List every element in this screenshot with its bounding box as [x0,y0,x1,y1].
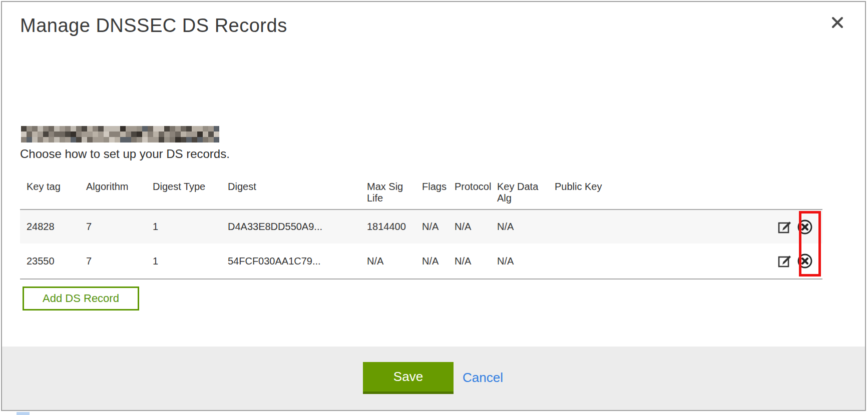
col-header-max-sig-life: Max Sig Life [367,178,422,204]
ds-records-table: Key tag Algorithm Digest Type Digest Max… [20,178,822,280]
cell-digest-type: 1 [153,221,228,232]
page-title: Manage DNSSEC DS Records [20,15,287,36]
save-button[interactable]: Save [363,362,454,394]
cell-digest-type: 1 [153,256,228,267]
cell-max-sig-life: N/A [367,256,422,267]
cell-max-sig-life: 1814400 [367,221,422,232]
cell-key-tag: 24828 [20,221,86,232]
cancel-link[interactable]: Cancel [463,370,503,386]
cell-algorithm: 7 [86,256,153,267]
col-header-protocol: Protocol [455,178,497,192]
table-row: 24828 7 1 D4A33E8DD550A9... 1814400 N/A … [20,209,822,244]
cell-flags: N/A [422,256,455,267]
cell-flags: N/A [422,221,455,232]
edit-icon[interactable] [777,219,793,235]
dialog-footer: Save Cancel [2,346,865,410]
cell-protocol: N/A [455,256,497,267]
cell-digest: D4A33E8DD550A9... [228,221,367,232]
redacted-domain-name [21,126,219,142]
col-header-digest-type: Digest Type [153,178,228,192]
cell-digest: 54FCF030AA1C79... [228,256,367,267]
add-ds-record-button[interactable]: Add DS Record [23,286,139,310]
cell-algorithm: 7 [86,221,153,232]
cell-key-data-alg: N/A [497,256,555,267]
col-header-digest: Digest [228,178,367,192]
col-header-key-data-alg: Key Data Alg [497,178,555,204]
manage-ds-records-dialog: Manage DNSSEC DS Records Choose how to s… [1,1,866,411]
delete-icon[interactable] [797,253,813,269]
col-header-key-tag: Key tag [20,178,86,192]
cell-key-data-alg: N/A [497,221,555,232]
delete-icon[interactable] [797,219,813,235]
instruction-text: Choose how to set up your DS records. [20,147,230,161]
table-header-row: Key tag Algorithm Digest Type Digest Max… [20,178,822,209]
close-icon[interactable] [831,16,844,29]
cell-protocol: N/A [455,221,497,232]
col-header-flags: Flags [422,178,455,192]
col-header-public-key: Public Key [555,178,771,192]
edit-icon[interactable] [777,253,793,269]
table-row: 23550 7 1 54FCF030AA1C79... N/A N/A N/A … [20,244,822,280]
cell-key-tag: 23550 [20,256,86,267]
background-artifact [17,412,30,415]
col-header-algorithm: Algorithm [86,178,153,192]
